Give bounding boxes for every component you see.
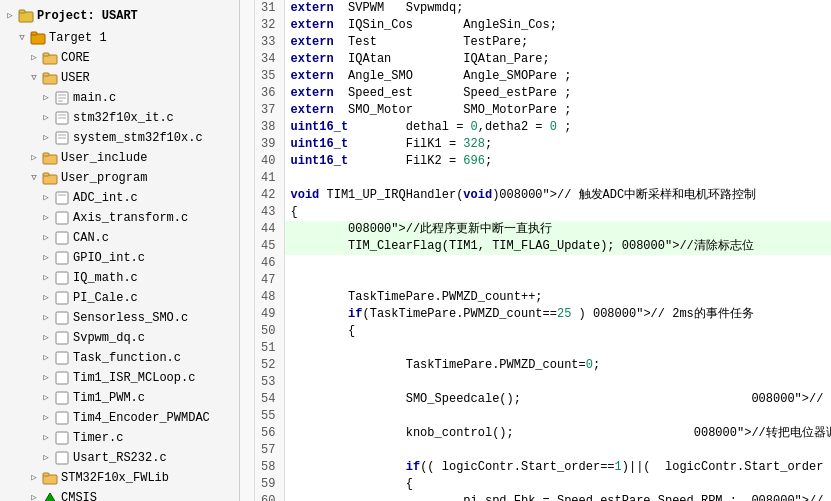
breakpoint-col[interactable] bbox=[240, 476, 254, 493]
sidebar-item-user-program[interactable]: ▽ User_program bbox=[0, 168, 239, 188]
code-line[interactable]: uint16_t dethal = 0,detha2 = 0 ; bbox=[284, 119, 831, 136]
code-line[interactable]: extern Test TestPare; bbox=[284, 34, 831, 51]
sidebar-item-project[interactable]: ▷ Project: USART bbox=[0, 4, 239, 28]
breakpoint-col[interactable] bbox=[240, 17, 254, 34]
sidebar-item-can[interactable]: ▷ CAN.c bbox=[0, 228, 239, 248]
code-line[interactable]: extern SMO_Motor SMO_MotorPare ; bbox=[284, 102, 831, 119]
sidebar-item-tim1-isr[interactable]: ▷ Tim1_ISR_MCLoop.c bbox=[0, 368, 239, 388]
code-line[interactable] bbox=[284, 442, 831, 459]
sidebar-item-cmsis[interactable]: ▷ CMSIS bbox=[0, 488, 239, 501]
code-line[interactable] bbox=[284, 340, 831, 357]
breakpoint-col[interactable] bbox=[240, 357, 254, 374]
breakpoint-col[interactable] bbox=[240, 85, 254, 102]
sidebar-item-timer[interactable]: ▷ Timer.c bbox=[0, 428, 239, 448]
breakpoint-col[interactable] bbox=[240, 0, 254, 17]
code-line[interactable]: TIM_ClearFlag(TIM1, TIM_FLAG_Update); 00… bbox=[284, 238, 831, 255]
code-line[interactable]: extern Angle_SMO Angle_SMOPare ; bbox=[284, 68, 831, 85]
breakpoint-col[interactable] bbox=[240, 323, 254, 340]
breakpoint-col[interactable] bbox=[240, 119, 254, 136]
breakpoint-col[interactable] bbox=[240, 170, 254, 187]
code-line[interactable] bbox=[284, 272, 831, 289]
sidebar-item-usart-rs232[interactable]: ▷ Usart_RS232.c bbox=[0, 448, 239, 468]
breakpoint-col[interactable] bbox=[240, 272, 254, 289]
code-line[interactable]: TaskTimePare.PWMZD_count++; bbox=[284, 289, 831, 306]
code-line[interactable]: void TIM1_UP_IRQHandler(void)008000">// … bbox=[284, 187, 831, 204]
breakpoint-col[interactable] bbox=[240, 204, 254, 221]
sidebar-item-main[interactable]: ▷ main.c bbox=[0, 88, 239, 108]
sidebar-item-target1[interactable]: ▽ Target 1 bbox=[0, 28, 239, 48]
code-line[interactable]: extern IQSin_Cos AngleSin_Cos; bbox=[284, 17, 831, 34]
code-line[interactable]: uint16_t FilK2 = 696; bbox=[284, 153, 831, 170]
tim1-isr-label: Tim1_ISR_MCLoop.c bbox=[73, 369, 195, 387]
sensorless-label: Sensorless_SMO.c bbox=[73, 309, 188, 327]
line-number: 45 bbox=[254, 238, 284, 255]
code-line[interactable]: TaskTimePare.PWMZD_count=0; bbox=[284, 357, 831, 374]
code-line[interactable]: pi_spd.Fbk = Speed_estPare.Speed_RPM ; 0… bbox=[284, 493, 831, 501]
sidebar-item-stm32f10x-it[interactable]: ▷ stm32f10x_it.c bbox=[0, 108, 239, 128]
table-row: 38uint16_t dethal = 0,detha2 = 0 ; bbox=[240, 119, 831, 136]
sidebar-item-svpwm-dq[interactable]: ▷ Svpwm_dq.c bbox=[0, 328, 239, 348]
breakpoint-col[interactable] bbox=[240, 68, 254, 85]
code-area[interactable]: 31extern SVPWM Svpwmdq;32extern IQSin_Co… bbox=[240, 0, 831, 501]
sidebar-item-axis-transform[interactable]: ▷ Axis_transform.c bbox=[0, 208, 239, 228]
code-line[interactable]: if(( logicContr.Start_order==1)||( logic… bbox=[284, 459, 831, 476]
breakpoint-col[interactable] bbox=[240, 306, 254, 323]
sidebar-item-system-stm32[interactable]: ▷ system_stm32f10x.c bbox=[0, 128, 239, 148]
sidebar-item-tim4[interactable]: ▷ Tim4_Encoder_PWMDAC bbox=[0, 408, 239, 428]
svg-rect-1 bbox=[19, 10, 25, 13]
sidebar[interactable]: ▷ Project: USART ▽ Target 1 ▷ CORE ▽ USE… bbox=[0, 0, 240, 501]
breakpoint-col[interactable] bbox=[240, 221, 254, 238]
code-line[interactable]: SMO_Speedcale(); 008000">// 根据无感角度计算速度 bbox=[284, 391, 831, 408]
sidebar-item-gpio-int[interactable]: ▷ GPIO_int.c bbox=[0, 248, 239, 268]
code-line[interactable]: if(TaskTimePare.PWMZD_count==25 ) 008000… bbox=[284, 306, 831, 323]
line-number: 44 bbox=[254, 221, 284, 238]
breakpoint-col[interactable] bbox=[240, 187, 254, 204]
breakpoint-col[interactable] bbox=[240, 391, 254, 408]
code-line[interactable]: extern IQAtan IQAtan_Pare; bbox=[284, 51, 831, 68]
code-line[interactable]: { bbox=[284, 323, 831, 340]
code-line[interactable] bbox=[284, 255, 831, 272]
sidebar-item-fwlib[interactable]: ▷ STM32F10x_FWLib bbox=[0, 468, 239, 488]
breakpoint-col[interactable] bbox=[240, 289, 254, 306]
breakpoint-col[interactable] bbox=[240, 493, 254, 501]
breakpoint-col[interactable] bbox=[240, 459, 254, 476]
breakpoint-col[interactable] bbox=[240, 34, 254, 51]
code-panel[interactable]: 31extern SVPWM Svpwmdq;32extern IQSin_Co… bbox=[240, 0, 831, 501]
code-line[interactable]: extern Speed_est Speed_estPare ; bbox=[284, 85, 831, 102]
code-line[interactable]: uint16_t FilK1 = 328; bbox=[284, 136, 831, 153]
svg-rect-35 bbox=[56, 432, 68, 444]
code-line[interactable]: knob_control(); 008000">//转把电位器调速的控制 bbox=[284, 425, 831, 442]
code-line[interactable]: { bbox=[284, 476, 831, 493]
code-line[interactable]: { bbox=[284, 204, 831, 221]
svg-rect-38 bbox=[43, 473, 49, 476]
expand-icon-svpwm: ▷ bbox=[40, 332, 52, 344]
sidebar-item-sensorless[interactable]: ▷ Sensorless_SMO.c bbox=[0, 308, 239, 328]
sidebar-item-iq-math[interactable]: ▷ IQ_math.c bbox=[0, 268, 239, 288]
breakpoint-col[interactable] bbox=[240, 374, 254, 391]
sidebar-item-core[interactable]: ▷ CORE bbox=[0, 48, 239, 68]
breakpoint-col[interactable] bbox=[240, 408, 254, 425]
sidebar-item-user[interactable]: ▽ USER bbox=[0, 68, 239, 88]
line-number: 42 bbox=[254, 187, 284, 204]
breakpoint-col[interactable] bbox=[240, 442, 254, 459]
code-line[interactable] bbox=[284, 408, 831, 425]
code-line[interactable]: extern SVPWM Svpwmdq; bbox=[284, 0, 831, 17]
sidebar-item-tim1-pwm[interactable]: ▷ Tim1_PWM.c bbox=[0, 388, 239, 408]
breakpoint-col[interactable] bbox=[240, 340, 254, 357]
sidebar-item-adc-int[interactable]: ▷ ADC_int.c bbox=[0, 188, 239, 208]
breakpoint-col[interactable] bbox=[240, 102, 254, 119]
sidebar-item-task-function[interactable]: ▷ Task_function.c bbox=[0, 348, 239, 368]
code-line[interactable]: 008000">//此程序更新中断一直执行 bbox=[284, 221, 831, 238]
breakpoint-col[interactable] bbox=[240, 425, 254, 442]
breakpoint-col[interactable] bbox=[240, 136, 254, 153]
sidebar-item-pi-cale[interactable]: ▷ PI_Cale.c bbox=[0, 288, 239, 308]
code-line[interactable] bbox=[284, 374, 831, 391]
breakpoint-col[interactable] bbox=[240, 51, 254, 68]
breakpoint-col[interactable] bbox=[240, 153, 254, 170]
sidebar-item-user-include[interactable]: ▷ User_include bbox=[0, 148, 239, 168]
breakpoint-col[interactable] bbox=[240, 238, 254, 255]
code-line[interactable] bbox=[284, 170, 831, 187]
breakpoint-col[interactable] bbox=[240, 255, 254, 272]
expand-icon-fwlib: ▷ bbox=[28, 472, 40, 484]
file-icon-pi bbox=[54, 291, 70, 305]
